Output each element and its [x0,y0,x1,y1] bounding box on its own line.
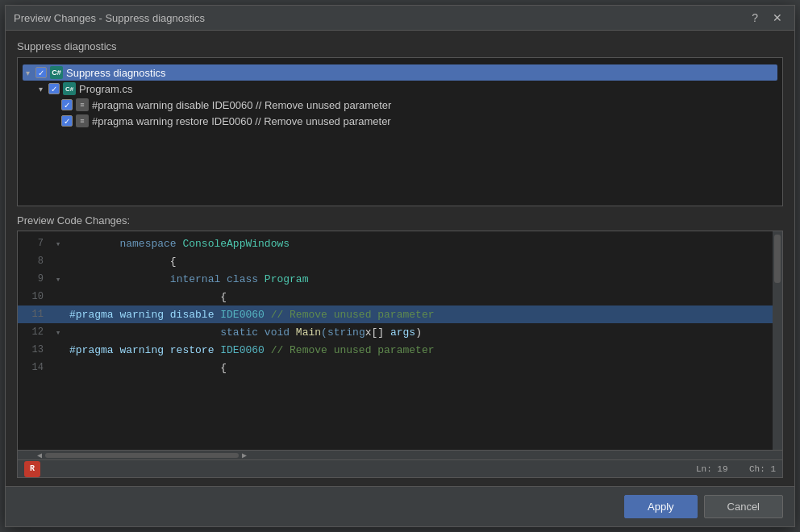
status-left: R [24,461,40,477]
line-code: { [66,256,177,268]
status-position: Ln: 19 Ch: 1 [696,464,776,474]
line-number: 8 [18,256,50,267]
tree-root-label: Suppress diagnostics [66,67,166,79]
line-code: #pragma warning restore IDE0060 // Remov… [66,344,434,356]
tree-arrow-root: ▾ [23,69,32,77]
table-row: 13#pragma warning restore IDE0060 // Rem… [18,341,782,359]
help-button[interactable]: ? [748,10,762,25]
line-number: 12 [18,326,50,338]
cs-icon-root: C# [50,66,63,79]
line-number: 9 [18,273,50,285]
checkbox-pragma-restore[interactable] [61,115,73,127]
ln-label: Ln: 19 [696,464,728,474]
tree-pragma-disable[interactable]: ≡ #pragma warning disable IDE0060 // Rem… [23,97,777,113]
title-actions: ? ✕ [748,10,786,25]
code-scroll[interactable]: 7▾ namespace ConsoleAppWindows8 {9▾ inte… [18,231,782,450]
dialog: Preview Changes - Suppress diagnostics ?… [5,5,795,527]
scrollbar-vertical[interactable] [773,231,782,450]
table-row: 9▾ internal class Program [18,270,782,288]
tree-pragma-restore[interactable]: ≡ #pragma warning restore IDE0060 // Rem… [23,113,777,129]
tree-panel: ▾ C# Suppress diagnostics ▾ C# Program.c… [17,57,783,206]
pragma-icon-disable: ≡ [76,98,89,111]
line-code: #pragma warning disable IDE0060 // Remov… [66,309,434,321]
status-bar: R Ln: 19 Ch: 1 [18,459,782,477]
table-row: 8 { [18,252,782,270]
checkbox-root[interactable] [35,67,47,78]
dialog-title: Preview Changes - Suppress diagnostics [14,12,205,24]
scroll-right-icon[interactable]: ▶ [239,451,250,460]
line-number: 11 [18,309,50,320]
tree-file[interactable]: ▾ C# Program.cs [23,81,777,97]
tree-file-label: Program.cs [79,83,132,95]
line-code: static void Main(stringx[] args) [66,326,422,339]
tree-pragma-disable-label: #pragma warning disable IDE0060 // Remov… [92,99,391,111]
scroll-left-icon[interactable]: ◀ [34,451,45,460]
suppress-label: Suppress diagnostics [17,40,783,52]
table-row: 10 { [18,288,782,305]
table-row: 14 { [18,359,782,376]
line-number: 13 [18,344,50,355]
line-code: namespace ConsoleAppWindows [66,238,290,250]
dialog-footer: Apply Cancel [6,486,794,526]
tree-arrow-file: ▾ [35,85,45,94]
table-row: 12▾ static void Main(stringx[] args) [18,323,782,341]
tree-pragma-restore-label: #pragma warning restore IDE0060 // Remov… [92,115,391,127]
rider-icon: R [24,461,40,477]
code-panel: 7▾ namespace ConsoleAppWindows8 {9▾ inte… [17,231,783,478]
code-lines: 7▾ namespace ConsoleAppWindows8 {9▾ inte… [18,231,782,380]
line-number: 7 [18,238,50,249]
scrollbar-horizontal[interactable]: ◀ ▶ [18,450,782,459]
line-code: internal class Program [66,273,308,285]
line-gutter: ▾ [50,274,66,285]
dialog-content: Suppress diagnostics ▾ C# Suppress diagn… [6,31,794,486]
scrollbar-thumb-v[interactable] [774,235,781,283]
apply-button[interactable]: Apply [624,495,698,518]
tree-root[interactable]: ▾ C# Suppress diagnostics [23,64,777,81]
code-label: Preview Code Changes: [17,214,783,227]
line-gutter: ▾ [50,327,66,338]
ch-label: Ch: 1 [749,464,776,474]
close-button[interactable]: ✕ [769,10,786,25]
line-number: 10 [18,291,50,302]
line-code: { [66,291,227,303]
table-row: 11#pragma warning disable IDE0060 // Rem… [18,305,782,323]
pragma-icon-restore: ≡ [76,114,89,127]
cancel-button[interactable]: Cancel [704,495,783,518]
line-number: 14 [18,362,50,373]
checkbox-file[interactable] [48,83,60,94]
table-row: 7▾ namespace ConsoleAppWindows [18,235,782,252]
cs-icon-file: C# [63,82,76,95]
checkbox-pragma-disable[interactable] [61,99,73,110]
line-gutter: ▾ [50,239,66,249]
title-bar: Preview Changes - Suppress diagnostics ?… [6,6,794,31]
line-code: { [66,362,227,374]
scrollbar-thumb-h[interactable] [45,453,239,458]
